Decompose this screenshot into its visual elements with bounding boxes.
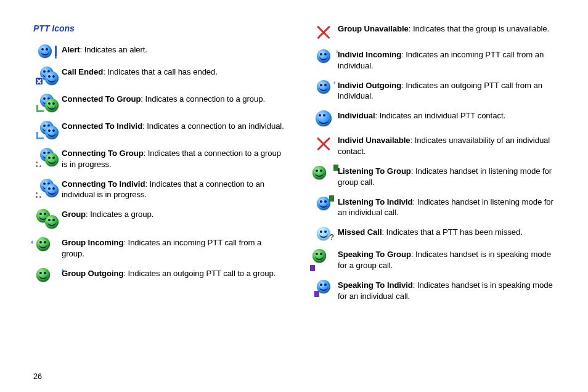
item-text: Individ Incoming: Indicates an incoming … (338, 49, 561, 71)
item-text: Group Incoming: Indicates an incoming PT… (62, 237, 285, 259)
item-text: Individual: Indicates an individual PTT … (338, 110, 505, 121)
item-text: Connecting To Individ: Indicates that a … (62, 179, 285, 201)
group-incoming-icon: ›› (33, 237, 62, 257)
item-listening-individ: Listening To Individ: Indicates handset … (309, 197, 561, 219)
item-individ-unavailable: Individ Unavailable: Indicates unavailab… (309, 135, 561, 157)
connecting-group-icon (33, 148, 62, 166)
item-text: Listening To Individ: Indicates handset … (338, 197, 561, 219)
item-call-ended: Call Ended: Indicates that a call has en… (33, 67, 285, 85)
item-listening-group: Listening To Group: Indicates handset in… (309, 166, 561, 188)
speaking-group-icon (309, 249, 338, 269)
item-text: Call Ended: Indicates that a call has en… (62, 67, 218, 78)
item-group-unavailable: Group Unavailable: Indicates that the gr… (309, 23, 561, 41)
item-text: Group Unavailable: Indicates that the gr… (338, 23, 549, 35)
item-group-incoming: ›› Group Incoming: Indicates an incoming… (33, 237, 285, 259)
connecting-individ-icon (33, 179, 62, 197)
item-connected-individ: Connected To Individ: Indicates a connec… (33, 121, 285, 139)
listening-group-icon (309, 166, 338, 186)
page: PTT Icons Alert: Indicates an alert. Cal… (0, 0, 588, 392)
listening-individ-icon (309, 197, 338, 210)
item-individ-outgoing: ›› Individ Outgoing: Indicates an outgoi… (309, 80, 561, 102)
item-text: Connecting To Group: Indicates that a co… (62, 148, 285, 170)
item-text: Individ Outgoing: Indicates an outgoing … (338, 80, 561, 102)
individ-outgoing-icon: ›› (309, 80, 338, 94)
individ-unavailable-icon (309, 135, 338, 152)
item-text: Connected To Individ: Indicates a connec… (62, 121, 284, 132)
item-alert: Alert: Indicates an alert. (33, 44, 285, 58)
item-connecting-group: Connecting To Group: Indicates that a co… (33, 148, 285, 170)
right-column: Group Unavailable: Indicates that the gr… (309, 23, 561, 380)
item-text: Group Outgoing: Indicates an outgoing PT… (62, 268, 276, 279)
item-text: Speaking To Group: Indicates handset is … (338, 249, 561, 271)
left-column: PTT Icons Alert: Indicates an alert. Cal… (33, 23, 285, 380)
item-text: Alert: Indicates an alert. (62, 44, 147, 55)
connected-group-icon (33, 94, 62, 112)
item-text: Speaking To Individ: Indicates handset i… (338, 280, 561, 302)
individual-icon (309, 110, 338, 126)
missed-call-icon: ? (309, 227, 338, 240)
item-speaking-individ: Speaking To Individ: Indicates handset i… (309, 280, 561, 302)
item-group-outgoing: ›› Group Outgoing: Indicates an outgoing… (33, 268, 285, 288)
call-ended-icon (33, 67, 62, 85)
item-text: Listening To Group: Indicates handset in… (338, 166, 561, 188)
section-heading: PTT Icons (33, 23, 285, 33)
item-connected-group: Connected To Group: Indicates a connecti… (33, 94, 285, 112)
group-unavailable-icon (309, 23, 338, 41)
item-text: Missed Call: Indicates that a PTT has be… (338, 227, 523, 238)
item-connecting-individ: Connecting To Individ: Indicates that a … (33, 179, 285, 201)
item-text: Group: Indicates a group. (62, 209, 153, 220)
item-text: Individ Unavailable: Indicates unavailab… (338, 135, 561, 157)
item-individual: Individual: Indicates an individual PTT … (309, 110, 561, 126)
item-speaking-group: Speaking To Group: Indicates handset is … (309, 249, 561, 271)
page-number: 26 (33, 372, 42, 381)
individ-incoming-icon: ›› (309, 49, 338, 63)
group-icon (33, 209, 62, 229)
group-outgoing-icon: ›› (33, 268, 62, 288)
item-group: Group: Indicates a group. (33, 209, 285, 229)
speaking-individ-icon (309, 280, 338, 293)
item-missed-call: ? Missed Call: Indicates that a PTT has … (309, 227, 561, 240)
item-individ-incoming: ›› Individ Incoming: Indicates an incomi… (309, 49, 561, 71)
alert-icon (33, 44, 62, 58)
item-text: Connected To Group: Indicates a connecti… (62, 94, 265, 105)
connected-individ-icon (33, 121, 62, 139)
